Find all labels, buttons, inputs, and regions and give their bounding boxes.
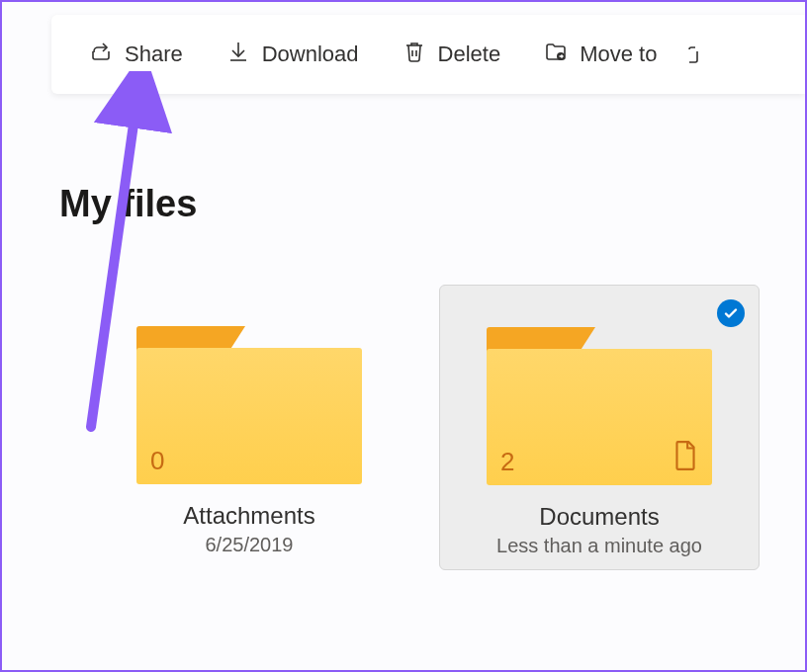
delete-button[interactable]: Delete	[385, 32, 519, 77]
folder-name: Attachments	[107, 502, 392, 530]
share-icon	[89, 40, 113, 69]
delete-label: Delete	[438, 42, 501, 67]
folder-card-documents[interactable]: 2 Documents Less than a minute ago	[439, 285, 760, 570]
files-grid: 0 Attachments 6/25/2019 2 Docum	[89, 285, 805, 570]
page-title: My files	[59, 183, 805, 225]
folder-item-count: 0	[150, 446, 164, 476]
download-label: Download	[262, 42, 359, 67]
folder-icon: 0	[136, 326, 362, 484]
moveto-icon	[544, 40, 568, 69]
folder-item-count: 2	[500, 447, 514, 477]
trash-icon	[403, 40, 426, 69]
folder-card-attachments[interactable]: 0 Attachments 6/25/2019	[89, 285, 409, 570]
folder-meta: 6/25/2019	[107, 534, 392, 556]
folder-name: Documents	[458, 503, 741, 531]
folder-icon: 2	[487, 327, 712, 485]
share-button[interactable]: Share	[71, 32, 201, 77]
action-toolbar: Share Download Delete	[51, 15, 805, 94]
share-label: Share	[125, 42, 183, 67]
toolbar-overflow-button[interactable]	[682, 35, 704, 74]
download-button[interactable]: Download	[209, 32, 377, 77]
selected-check-icon[interactable]	[717, 299, 745, 327]
moveto-label: Move to	[580, 42, 657, 67]
moveto-button[interactable]: Move to	[526, 32, 674, 77]
folder-meta: Less than a minute ago	[458, 535, 741, 557]
document-icon	[672, 440, 698, 475]
download-icon	[226, 40, 250, 69]
